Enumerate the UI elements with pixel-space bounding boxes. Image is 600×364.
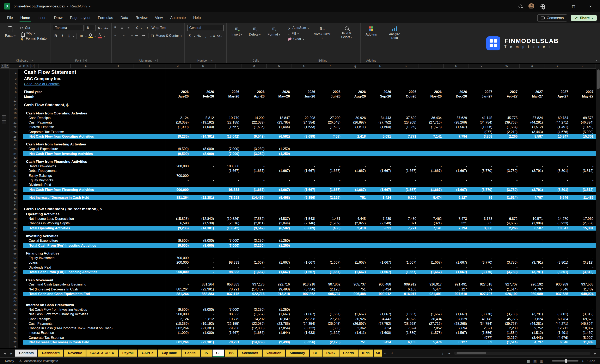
grid-cell[interactable]: 5,474 <box>419 287 444 292</box>
menu-tab-automate[interactable]: Automate <box>167 13 189 23</box>
orientation-button[interactable]: ∠ <box>134 25 140 31</box>
grid-cell[interactable]: 7,052 <box>419 326 444 331</box>
grid-cell[interactable]: - <box>520 243 545 248</box>
grid-cell[interactable]: - <box>419 183 444 187</box>
grid-cell[interactable]: - <box>545 265 570 270</box>
grid-cell[interactable]: - <box>267 183 292 187</box>
menu-tab-review[interactable]: Review <box>132 13 151 23</box>
grid-cell[interactable]: (23,785) <box>267 120 292 125</box>
grid-cell[interactable]: - <box>191 178 216 183</box>
grid-cell[interactable]: Sep-26 <box>368 94 393 99</box>
grid-cell[interactable]: - <box>368 256 393 261</box>
grid-cell[interactable]: 921,491 <box>444 282 469 287</box>
grid-cell[interactable]: (458) <box>317 226 342 231</box>
grid-cell[interactable]: (1,667) <box>393 312 418 317</box>
menu-tab-help[interactable]: Help <box>190 13 205 23</box>
grid-cell[interactable]: 5,024 <box>368 326 393 331</box>
horizontal-scrollbar-thumb[interactable] <box>457 352 486 354</box>
grid-cell[interactable]: (9,500) <box>165 307 191 312</box>
grid-cell[interactable]: - <box>368 147 393 151</box>
grid-cell[interactable]: Jul-26 <box>317 94 342 99</box>
grid-cell[interactable]: - <box>545 183 570 187</box>
grid-cell[interactable]: 79,958 <box>216 326 241 331</box>
grid-cell[interactable]: (1,667) <box>343 187 368 192</box>
grid-cell[interactable]: - <box>494 173 520 178</box>
grid-cell[interactable]: 927,707 <box>469 292 494 296</box>
menu-tab-page-layout[interactable]: Page Layout <box>66 13 94 23</box>
grid-cell[interactable]: - <box>317 173 342 178</box>
grid-cell[interactable]: 5,091 <box>368 226 393 231</box>
grid-cell[interactable]: - <box>165 183 191 187</box>
grid-cell[interactable]: (22,381) <box>191 287 216 292</box>
grid-cell[interactable]: 881,264 <box>165 287 191 292</box>
select-all-corner[interactable] <box>10 64 18 68</box>
grid-cell[interactable]: (1,622) <box>317 331 342 336</box>
grid-cell[interactable]: (14,459) <box>241 340 266 345</box>
tab-scroll-left-icon[interactable]: ◂ <box>2 351 8 355</box>
grid-cell[interactable]: - <box>469 183 494 187</box>
grid-cell[interactable]: (12,842) <box>191 217 216 221</box>
grid-cell[interactable]: (4,607) <box>494 221 520 226</box>
grid-cell[interactable]: 98,333 <box>216 270 241 274</box>
grid-cell[interactable]: - <box>267 265 292 270</box>
grid-cell[interactable]: - <box>469 256 494 261</box>
align-middle-button[interactable]: ≡ <box>121 25 126 30</box>
sheet-tab-bs[interactable]: BS <box>225 350 237 356</box>
column-header-X[interactable]: X <box>520 64 545 68</box>
grid-cell[interactable]: (1,667) <box>241 312 266 317</box>
grid-cell[interactable]: - <box>419 335 444 340</box>
grid-cell[interactable]: - <box>165 169 191 173</box>
grid-cell[interactable]: (3,801) <box>545 270 570 274</box>
account-avatar[interactable] <box>528 3 534 9</box>
grid-cell[interactable]: - <box>317 129 342 134</box>
grid-cell[interactable]: (19,192) <box>191 120 216 125</box>
grid-cell[interactable]: 78,291 <box>216 287 241 292</box>
grid-cell[interactable]: (3,770) <box>469 270 494 274</box>
grid-cell[interactable]: - <box>368 164 393 169</box>
grid-cell[interactable]: 900,000 <box>165 312 191 317</box>
grid-cell[interactable]: 927,707 <box>494 282 520 287</box>
row-number-22[interactable]: 22 <box>10 125 18 129</box>
excel-app-icon[interactable]: X <box>4 3 10 9</box>
share-button[interactable]: ↗ Share ▾ <box>571 15 597 21</box>
increase-indent-button[interactable]: ⇥ <box>141 33 146 38</box>
accounting-format-button[interactable]: $ <box>187 33 193 39</box>
grid-cell[interactable]: - <box>165 178 191 183</box>
grid-cell[interactable]: (28,268) <box>444 321 469 326</box>
grid-cell[interactable]: (1,000) <box>191 125 216 129</box>
row-number-52[interactable]: 52 <box>10 234 18 238</box>
grid-cell[interactable]: 7,141 <box>419 226 444 231</box>
grid-cell[interactable]: (5,356) <box>292 195 317 200</box>
zoom-in-button[interactable]: + <box>581 359 584 363</box>
grid-cell[interactable]: 3,424 <box>368 195 393 200</box>
row-number-72[interactable]: 72 <box>10 317 18 321</box>
grid-cell[interactable]: (6,582) <box>267 226 292 231</box>
zoom-out-button[interactable]: − <box>546 359 549 363</box>
grid-cell[interactable]: 881,264 <box>165 292 191 296</box>
grid-cell[interactable]: 751 <box>343 195 368 200</box>
grid-cell[interactable]: (1,667) <box>343 260 368 265</box>
grid-cell[interactable]: - <box>393 129 418 134</box>
row-number-76[interactable]: 76 <box>10 335 18 340</box>
collapse-ribbon-icon[interactable]: ∧ <box>595 59 598 62</box>
grid-cell[interactable]: (3,791) <box>520 169 545 173</box>
grid-cell[interactable]: 2,362 <box>343 326 368 331</box>
row-number-71[interactable]: 71 <box>10 312 18 317</box>
grid-cell[interactable]: (1,589) <box>393 331 418 336</box>
font-dialog-launcher-icon[interactable]: ↘ <box>83 58 87 62</box>
grid-cell[interactable]: (9,236) <box>165 226 191 231</box>
grid-cell[interactable]: (9,542) <box>241 134 266 139</box>
grid-cell[interactable]: - <box>191 169 216 173</box>
row-number-14[interactable]: 14 <box>10 102 18 108</box>
grid-cell[interactable]: 7,473 <box>444 217 469 221</box>
grid-cell[interactable]: - <box>191 164 216 169</box>
grid-cell[interactable]: (22,089) <box>241 321 266 326</box>
grid-cell[interactable]: - <box>520 307 545 312</box>
grid-cell[interactable]: 930,989 <box>520 292 545 296</box>
grid-cell[interactable]: 905,737 <box>343 282 368 287</box>
grid-cell[interactable]: 36,434 <box>419 317 444 321</box>
column-header-K[interactable]: K <box>191 64 216 68</box>
row-number-2[interactable]: 2 <box>10 76 18 82</box>
grid-cell[interactable]: 7,450 <box>393 217 418 221</box>
grid-cell[interactable]: (1,512) <box>520 331 545 336</box>
